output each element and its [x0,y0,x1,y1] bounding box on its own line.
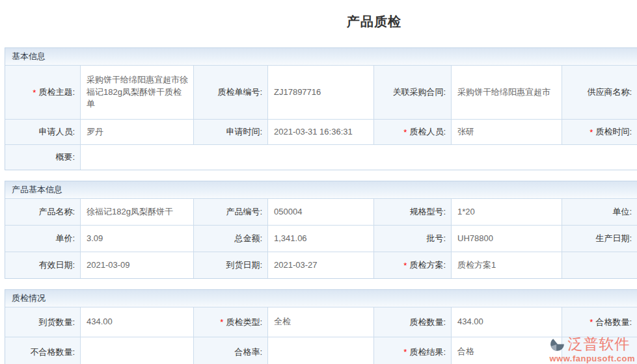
field-label-text: 合格数量: [595,317,632,328]
field-label: *质检主题: [5,66,80,119]
field-value-text: 434.00 [457,316,483,328]
field-value: 张研 [452,120,562,144]
field-label: 供应商名称: [562,66,637,119]
field-label: 申请时间: [194,120,267,144]
field-label: 产品名称: [5,199,80,225]
field-value: 采购饼干给绵阳惠宜超市徐福记182g凤梨酥饼干质检单 [81,66,193,119]
field-label: 批号: [374,226,451,252]
field-label: *质检类型: [194,307,267,337]
field-label-text: 质检数量: [409,317,446,328]
field-label-text: 质检人员: [409,126,446,138]
field-label: 不合格数量: [5,337,80,364]
section-title-inspection-status: 质检情况 [5,290,637,307]
watermark-brand-text: 泛普软件 [567,337,630,352]
field-value [81,145,637,170]
field-label-text: 概要: [55,151,75,163]
field-label-text: 质检主题: [38,86,75,98]
field-value-text: 050004 [274,206,302,218]
field-label-text: 到货数量: [38,317,75,328]
field-value [81,337,193,364]
field-value: UH78800 [452,226,562,252]
page-title: 产品质检 [0,0,637,31]
field-label: 单价: [5,226,80,252]
field-label: 合格率: [194,337,267,364]
field-label-text: 规格型号: [409,206,446,218]
field-label: 到货数量: [5,307,80,337]
field-label: 质检单编号: [194,66,267,119]
field-value: 2021-03-09 [81,252,193,278]
field-value-text: 合格 [457,346,474,358]
field-value: 全检 [268,307,373,337]
field-value: 050004 [268,199,373,225]
field-label-text: 申请人员: [38,126,75,138]
required-asterisk: * [590,317,593,327]
field-label: *质检结果: [374,337,451,364]
field-label: 到货日期: [194,252,267,278]
field-label [562,252,637,278]
field-label-text: 到货日期: [226,259,262,271]
field-label-text: 关联采购合同: [392,86,446,98]
section-title-product-info: 产品基本信息 [5,181,637,199]
field-label: 单位: [562,199,637,225]
field-value-text: 2021-03-27 [274,259,318,272]
field-value: 采购饼干给绵阳惠宜超市 [452,66,562,119]
field-value-text: 罗丹 [87,126,103,138]
required-asterisk: * [33,88,36,98]
field-value: 罗丹 [81,120,193,144]
field-value: 徐福记182g凤梨酥饼干 [81,199,193,225]
field-label: 关联采购合同: [374,66,451,119]
field-value-text: 434.00 [87,316,113,328]
field-value-text: 1,341.06 [274,233,307,245]
required-asterisk: * [590,127,593,137]
field-value: 质检方案1 [452,252,562,278]
field-value-text: UH78800 [457,233,493,245]
section-inspection-status: 质检情况到货数量:434.00*质检类型:全检质检数量:434.00*合格数量:… [5,289,637,364]
field-value-text: 采购饼干给绵阳惠宜超市徐福记182g凤梨酥饼干质检单 [87,74,189,111]
field-value-text: 采购饼干给绵阳惠宜超市 [457,86,550,99]
field-label-text: 批号: [426,233,446,244]
field-label: 概要: [5,145,80,170]
field-value: 2021-03-27 [268,252,373,278]
required-asterisk: * [220,317,223,327]
field-value: 合格 [452,337,562,364]
field-label-text: 单位: [612,206,632,218]
sections: 基本信息*质检主题:采购饼干给绵阳惠宜超市徐福记182g凤梨酥饼干质检单质检单编… [0,47,637,364]
field-label-text: 质检类型: [226,317,262,328]
field-label: *质检时间: [562,120,637,144]
field-value: 434.00 [452,307,562,337]
field-value-text: 全检 [274,316,291,328]
section-product-info: 产品基本信息产品名称:徐福记182g凤梨酥饼干产品编号:050004规格型号:1… [5,181,637,279]
required-asterisk: * [403,261,407,270]
required-asterisk: * [403,127,407,137]
field-label-text: 生产日期: [595,233,632,244]
field-label: 生产日期: [562,226,637,252]
field-label: 总金额: [194,226,267,252]
field-value: ZJ17897716 [268,66,373,119]
field-label-text: 产品名称: [38,206,75,218]
field-label-text: 有效日期: [38,259,75,271]
field-value-text: 1*20 [457,206,475,218]
field-label: 规格型号: [374,199,451,225]
section-title-basic-info: 基本信息 [5,48,637,66]
field-value-text: 2021-03-31 16:36:31 [274,126,353,138]
field-value-text: 质检方案1 [457,259,496,272]
field-value: 1,341.06 [268,226,373,252]
field-label-text: 产品编号: [226,206,262,218]
field-value: 434.00 [81,307,193,337]
field-label-text: 质检结果: [409,346,446,358]
field-label-text: 合格率: [234,346,262,358]
field-value: 2021-03-31 16:36:31 [268,120,373,144]
field-label: 产品编号: [194,199,267,225]
field-label: 有效日期: [5,252,80,278]
field-value: 1*20 [452,199,562,225]
field-value-text: 2021-03-09 [87,259,130,272]
section-basic-info: 基本信息*质检主题:采购饼干给绵阳惠宜超市徐福记182g凤梨酥饼干质检单质检单编… [5,47,637,170]
field-label-text: 不合格数量: [30,346,75,358]
field-value-text: 张研 [457,126,474,138]
vendor-watermark: 泛普软件 www.fanpusoft.com [549,335,635,363]
fanpu-logo-icon [549,335,566,353]
field-label-text: 总金额: [234,233,262,244]
field-value: 3.09 [81,226,193,252]
field-label-text: 申请时间: [226,126,262,138]
field-label-text: 质检单编号: [217,86,262,98]
